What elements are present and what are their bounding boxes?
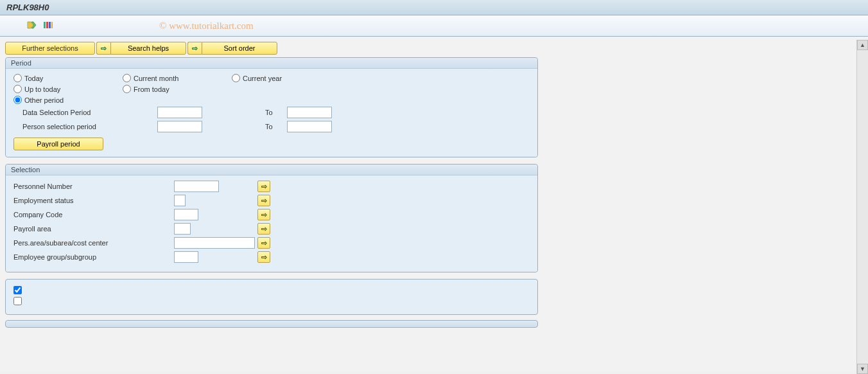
selection-group: Selection Personnel Number ⇨ Employment … bbox=[5, 164, 538, 272]
employment-status-multi-icon[interactable]: ⇨ bbox=[257, 195, 270, 206]
title-bar: RPLK98H0 bbox=[0, 0, 868, 15]
checkbox-1[interactable] bbox=[13, 286, 22, 294]
pers-area-multi-icon[interactable]: ⇨ bbox=[257, 237, 270, 249]
scroll-up-icon[interactable]: ▲ bbox=[857, 40, 868, 50]
period-legend: Period bbox=[6, 58, 537, 69]
data-selection-label: Data Selection Period bbox=[13, 109, 155, 116]
selection-body: Personnel Number ⇨ Employment status ⇨ C… bbox=[6, 175, 537, 272]
svg-rect-3 bbox=[51, 22, 53, 28]
radio-today-input[interactable] bbox=[13, 74, 22, 82]
toolbar: © www.tutorialkart.com bbox=[0, 15, 868, 37]
search-helps-label: Search helps bbox=[110, 42, 186, 55]
radio-from-today-label: From today bbox=[134, 85, 169, 93]
company-code-input[interactable] bbox=[174, 209, 198, 220]
execute-icon[interactable] bbox=[26, 19, 37, 31]
svg-rect-1 bbox=[46, 22, 48, 28]
radio-up-to-today-input[interactable] bbox=[13, 85, 22, 93]
radio-current-year-input[interactable] bbox=[232, 74, 240, 82]
scroll-down-icon[interactable]: ▼ bbox=[857, 364, 868, 374]
svg-rect-2 bbox=[49, 22, 51, 28]
radio-other-period-label: Other period bbox=[24, 96, 64, 104]
radio-current-month-input[interactable] bbox=[123, 74, 131, 82]
personnel-number-multi-icon[interactable]: ⇨ bbox=[257, 181, 270, 192]
payroll-area-multi-icon[interactable]: ⇨ bbox=[257, 223, 270, 235]
personnel-number-label: Personnel Number bbox=[13, 183, 174, 190]
svg-rect-0 bbox=[44, 22, 46, 28]
radio-today-label: Today bbox=[24, 75, 43, 82]
content-area: Further selections ⇨ Search helps ⇨ Sort… bbox=[0, 37, 868, 371]
employee-group-label: Employee group/subgroup bbox=[13, 253, 174, 261]
arrow-right-icon: ⇨ bbox=[96, 42, 110, 55]
checkbox-2[interactable] bbox=[13, 297, 22, 305]
sort-order-button[interactable]: ⇨ Sort order bbox=[187, 42, 277, 55]
data-selection-from-input[interactable] bbox=[157, 107, 202, 118]
watermark: © www.tutorialkart.com bbox=[159, 21, 254, 31]
radio-today[interactable]: Today bbox=[13, 74, 123, 82]
payroll-area-input[interactable] bbox=[174, 223, 191, 235]
payroll-period-button[interactable]: Payroll period bbox=[13, 138, 103, 150]
person-selection-label: Person selection period bbox=[13, 123, 155, 130]
radio-from-today[interactable]: From today bbox=[123, 85, 232, 93]
employment-status-input[interactable] bbox=[174, 195, 186, 206]
arrow-right-icon: ⇨ bbox=[187, 42, 202, 55]
pers-area-label: Pers.area/subarea/cost center bbox=[13, 239, 174, 247]
to-label-2: To bbox=[265, 123, 284, 130]
radio-up-to-today-label: Up to today bbox=[24, 85, 60, 93]
scrollbar[interactable]: ▲ ▼ bbox=[856, 40, 868, 374]
personnel-number-input[interactable] bbox=[174, 181, 219, 192]
top-button-row: Further selections ⇨ Search helps ⇨ Sort… bbox=[5, 42, 863, 55]
person-selection-to-input[interactable] bbox=[287, 121, 332, 132]
variants-icon[interactable] bbox=[42, 19, 54, 31]
radio-current-month-label: Current month bbox=[134, 75, 178, 82]
employee-group-input[interactable] bbox=[174, 251, 198, 263]
radio-current-month[interactable]: Current month bbox=[123, 74, 232, 82]
radio-current-year[interactable]: Current year bbox=[232, 74, 341, 82]
company-code-multi-icon[interactable]: ⇨ bbox=[257, 209, 270, 220]
company-code-label: Company Code bbox=[13, 211, 174, 218]
selection-legend: Selection bbox=[6, 165, 537, 175]
payroll-period-label: Payroll period bbox=[37, 140, 80, 148]
further-selections-label: Further selections bbox=[22, 44, 78, 52]
period-group: Period Today Current month Current year bbox=[5, 57, 538, 157]
data-selection-to-input[interactable] bbox=[287, 107, 332, 118]
further-selections-button[interactable]: Further selections bbox=[5, 42, 95, 55]
radio-other-period[interactable]: Other period bbox=[13, 96, 123, 104]
radio-from-today-input[interactable] bbox=[123, 85, 131, 93]
next-group-partial bbox=[5, 320, 538, 328]
period-body: Today Current month Current year Up to t… bbox=[6, 69, 537, 157]
person-selection-from-input[interactable] bbox=[157, 121, 202, 132]
employee-group-multi-icon[interactable]: ⇨ bbox=[257, 251, 270, 263]
app-title: RPLK98H0 bbox=[6, 3, 49, 12]
pers-area-input[interactable] bbox=[174, 237, 255, 249]
employment-status-label: Employment status bbox=[13, 197, 174, 204]
sort-order-label: Sort order bbox=[202, 42, 277, 55]
radio-up-to-today[interactable]: Up to today bbox=[13, 85, 123, 93]
search-helps-button[interactable]: ⇨ Search helps bbox=[96, 42, 186, 55]
to-label-1: To bbox=[265, 109, 284, 116]
radio-current-year-label: Current year bbox=[243, 75, 282, 82]
payroll-area-label: Payroll area bbox=[13, 225, 174, 233]
radio-other-period-input[interactable] bbox=[13, 96, 22, 104]
checkbox-group bbox=[5, 279, 538, 315]
